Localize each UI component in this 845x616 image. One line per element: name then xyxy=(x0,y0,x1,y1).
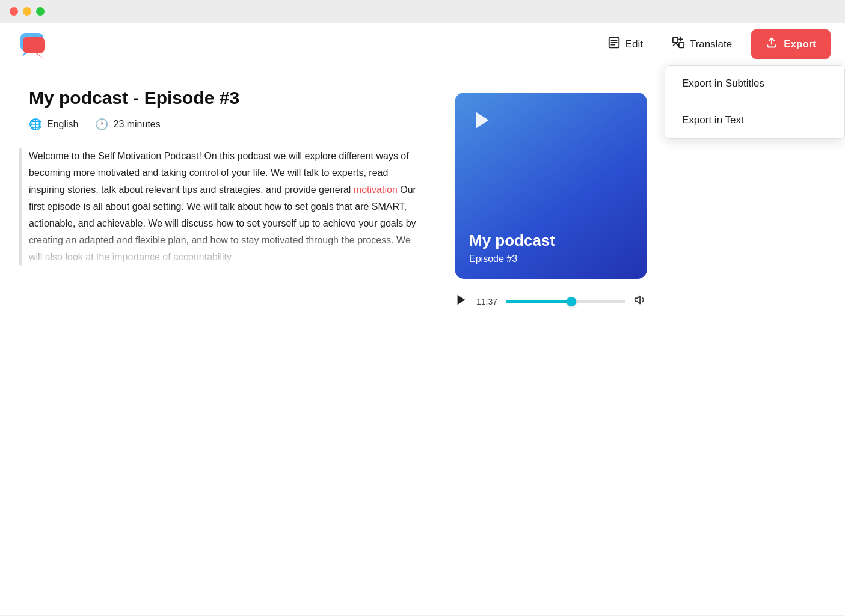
transcript-before: Welcome to the Self Motivation Podcast! … xyxy=(29,151,409,195)
svg-marker-10 xyxy=(476,112,489,129)
volume-icon[interactable] xyxy=(634,293,647,310)
transcript-wrapper: Welcome to the Self Motivation Podcast! … xyxy=(29,148,426,266)
export-subtitles-option[interactable]: Export in Subtitles xyxy=(665,66,844,102)
svg-rect-2 xyxy=(23,37,45,53)
duration-meta: 🕐 23 minutes xyxy=(95,118,160,131)
traffic-light-minimize[interactable] xyxy=(23,7,31,16)
export-button[interactable]: Export xyxy=(751,29,831,59)
player-card-info: My podcast Episode #3 xyxy=(469,231,633,264)
edit-button[interactable]: Edit xyxy=(598,31,653,57)
right-panel: My podcast Episode #3 11:37 xyxy=(455,88,647,310)
play-pause-button[interactable] xyxy=(455,293,468,310)
svg-marker-3 xyxy=(36,53,45,59)
translate-label: Translate xyxy=(690,38,732,50)
highlight-word: motivation xyxy=(354,184,398,195)
translate-icon xyxy=(672,36,685,52)
meta-row: 🌐 English 🕐 23 minutes xyxy=(29,118,426,131)
current-time: 11:37 xyxy=(476,297,497,306)
progress-bar[interactable] xyxy=(506,300,625,303)
navbar: Edit Translate xyxy=(0,23,845,66)
traffic-light-fullscreen[interactable] xyxy=(36,7,45,16)
left-panel: My podcast - Episode #3 🌐 English 🕐 23 m… xyxy=(29,88,426,310)
svg-rect-8 xyxy=(673,38,678,43)
progress-thumb xyxy=(567,297,576,306)
svg-marker-12 xyxy=(635,296,640,304)
export-dropdown: Export in Subtitles Export in Text xyxy=(665,65,845,139)
language-label: English xyxy=(47,119,78,130)
progress-fill xyxy=(506,300,571,303)
app-window: Edit Translate xyxy=(0,23,845,615)
window-chrome xyxy=(0,0,845,23)
export-upload-icon xyxy=(766,37,778,52)
export-text-option[interactable]: Export in Text xyxy=(665,102,844,138)
nav-actions: Edit Translate xyxy=(598,29,831,59)
language-meta: 🌐 English xyxy=(29,118,78,131)
globe-icon: 🌐 xyxy=(29,118,42,131)
edit-label: Edit xyxy=(625,38,643,50)
transcript-after: Our first episode is all about goal sett… xyxy=(29,184,416,262)
player-play-icon[interactable] xyxy=(469,107,496,133)
player-card: My podcast Episode #3 xyxy=(455,93,647,279)
player-podcast-name: My podcast xyxy=(469,231,633,250)
player-episode: Episode #3 xyxy=(469,254,633,264)
duration-label: 23 minutes xyxy=(113,119,160,130)
logo xyxy=(14,29,49,59)
export-label: Export xyxy=(784,38,816,50)
transcript-bar xyxy=(19,148,22,266)
svg-marker-11 xyxy=(458,295,466,305)
translate-button[interactable]: Translate xyxy=(662,31,742,57)
svg-rect-9 xyxy=(679,43,684,47)
edit-icon xyxy=(607,36,621,52)
audio-controls: 11:37 xyxy=(455,293,647,310)
traffic-light-close[interactable] xyxy=(10,7,18,16)
clock-icon: 🕐 xyxy=(95,118,108,131)
podcast-title: My podcast - Episode #3 xyxy=(29,88,426,108)
logo-icon xyxy=(14,29,49,59)
transcript-text: Welcome to the Self Motivation Podcast! … xyxy=(29,148,426,266)
